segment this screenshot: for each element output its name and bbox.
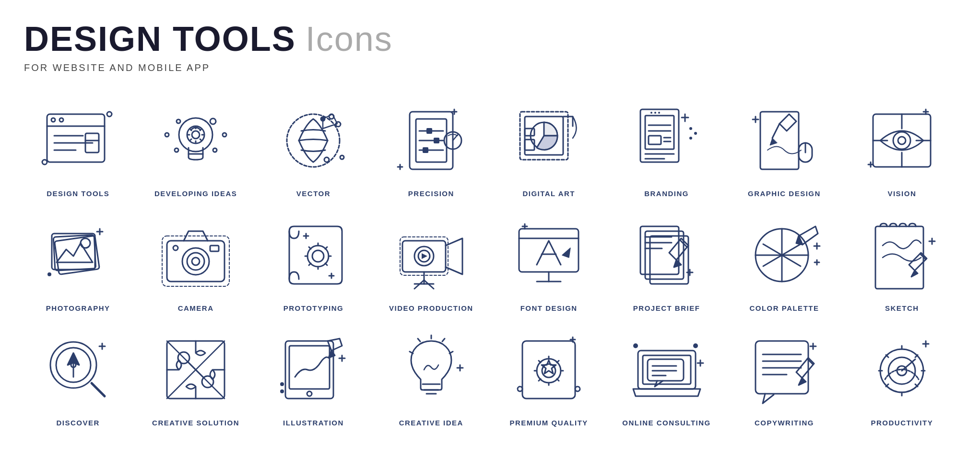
prototyping-icon [270,212,356,298]
svg-point-89 [187,253,204,270]
icon-item-premium-quality: PREMIUM QUALITY [495,327,603,427]
premium-quality-icon [506,327,592,413]
creative-solution-icon [153,327,239,413]
icon-item-precision: PRECISION [377,97,485,198]
icon-item-online-consulting: ONLINE CONSULTING [613,327,720,427]
icon-item-camera: CAMERA [142,212,249,312]
svg-point-70 [893,132,910,149]
icon-item-color-palette: COLOR PALETTE [730,212,838,312]
svg-point-83 [81,238,90,248]
prototyping-label: PROTOTYPING [283,304,343,312]
graphic-design-icon [741,97,827,184]
svg-rect-91 [210,246,219,251]
icon-item-sketch: SKETCH [848,212,956,312]
photography-icon [35,212,121,298]
vector-icon [270,97,356,184]
svg-point-15 [223,133,226,137]
vision-label: VISION [887,189,916,198]
premium-quality-label: PREMIUM QUALITY [510,419,588,427]
icons-grid: DESIGN TOOLS DEVELOPING IDEAS [24,97,956,427]
video-production-label: VIDEO PRODUCTION [389,304,473,312]
vision-icon [859,97,945,184]
illustration-icon [270,327,356,413]
svg-point-50 [650,112,652,114]
icon-item-digital-art: DIGITAL ART [495,97,603,198]
illustration-label: ILLUSTRATION [283,419,344,427]
svg-point-9 [107,112,112,117]
svg-point-152 [307,391,312,396]
svg-point-62 [689,137,692,140]
svg-point-14 [210,118,216,124]
creative-idea-label: CREATIVE IDEA [399,419,463,427]
branding-icon [624,97,710,184]
icon-item-project-brief: PROJECT BRIEF [613,212,720,312]
online-consulting-label: ONLINE CONSULTING [622,419,710,427]
svg-rect-32 [434,138,439,143]
svg-point-18 [165,133,169,137]
svg-rect-170 [638,351,696,389]
svg-rect-163 [522,341,575,399]
page-title: DESIGN TOOLS Icons [24,19,956,59]
svg-rect-117 [640,226,679,274]
svg-rect-93 [162,236,229,286]
svg-rect-44 [525,129,534,136]
productivity-icon [859,327,945,413]
svg-point-23 [336,122,341,127]
discover-label: DISCOVER [57,419,100,427]
icon-item-productivity: PRODUCTIVITY [848,327,956,427]
svg-line-137 [92,383,105,396]
svg-point-86 [47,272,51,276]
font-design-label: FONT DESIGN [520,304,578,312]
svg-point-17 [177,119,180,123]
svg-point-95 [312,250,324,262]
svg-point-168 [518,387,522,391]
svg-point-150 [280,382,284,386]
svg-point-60 [689,127,692,130]
svg-rect-55 [649,136,661,144]
icon-item-discover: DISCOVER [24,327,132,427]
svg-line-157 [442,339,445,341]
svg-point-151 [280,389,284,393]
icon-item-photography: PHOTOGRAPHY [24,212,132,312]
icon-item-creative-solution: CREATIVE SOLUTION [142,327,249,427]
title-bold: DESIGN TOOLS [24,19,296,59]
icon-item-creative-idea: CREATIVE IDEA [377,327,485,427]
camera-label: CAMERA [178,304,214,312]
svg-point-92 [173,246,178,250]
developing-ideas-icon [153,97,239,184]
video-production-icon [388,212,474,298]
photography-label: PHOTOGRAPHY [46,304,110,312]
icon-item-branding: BRANDING [613,97,720,198]
svg-point-51 [654,112,656,114]
icon-item-developing-ideas: DEVELOPING IDEAS [142,97,249,198]
color-palette-label: COLOR PALETTE [749,304,819,312]
font-design-icon [506,212,592,298]
design-tools-icon [35,97,121,184]
creative-solution-label: CREATIVE SOLUTION [152,419,239,427]
icon-item-copywriting: COPYWRITING [730,327,838,427]
project-brief-icon [624,212,710,298]
svg-point-20 [192,131,200,139]
online-consulting-icon [624,327,710,413]
copywriting-label: COPYWRITING [755,419,814,427]
graphic-design-label: GRAPHIC DESIGN [748,189,821,198]
digital-art-label: DIGITAL ART [522,189,575,198]
icon-item-font-design: FONT DESIGN [495,212,603,312]
subtitle: FOR WEBSITE AND MOBILE APP [24,62,956,73]
svg-point-11 [179,118,213,152]
svg-point-10 [42,160,47,164]
icon-item-illustration: ILLUSTRATION [260,327,367,427]
sketch-icon [859,212,945,298]
svg-line-64 [772,124,779,138]
svg-point-22 [329,114,334,119]
digital-art-icon [506,97,592,184]
copywriting-icon [741,327,827,413]
svg-point-25 [324,157,329,162]
productivity-label: PRODUCTIVITY [871,419,933,427]
icon-item-prototyping: PROTOTYPING [260,212,367,312]
title-light: Icons [306,19,393,59]
svg-point-90 [192,258,200,265]
project-brief-label: PROJECT BRIEF [633,304,700,312]
svg-rect-30 [426,128,432,134]
svg-point-21 [287,114,340,167]
